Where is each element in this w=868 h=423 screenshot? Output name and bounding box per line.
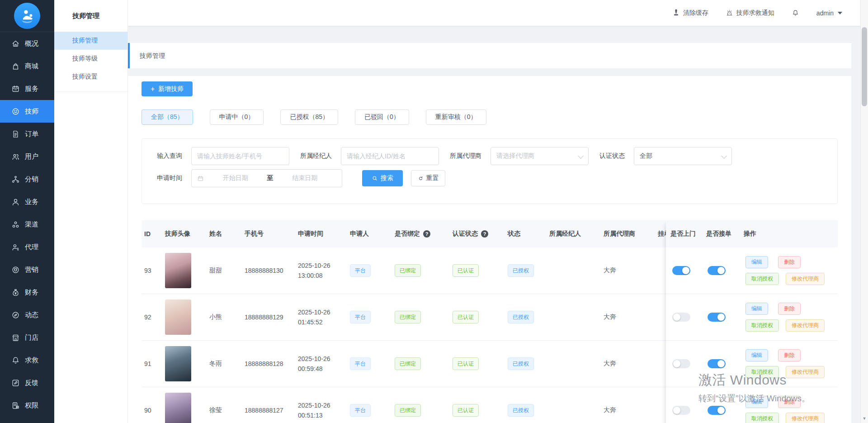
cert-status-select[interactable]: 全部: [634, 147, 732, 165]
cell-id: 92: [144, 294, 165, 340]
revoke-auth-button[interactable]: 取消授权: [745, 366, 779, 378]
store-icon: [11, 333, 20, 342]
delete-button[interactable]: 删除: [778, 349, 801, 361]
scrollbar-down-arrow[interactable]: ▼: [861, 417, 868, 421]
sidebar-item-user[interactable]: 用户: [0, 145, 54, 168]
user-menu[interactable]: admin: [816, 10, 842, 17]
sidebar-item-permission[interactable]: 权限: [0, 394, 54, 417]
technician-avatar[interactable]: [165, 346, 191, 381]
cell-broker: [549, 341, 603, 387]
change-dealer-button[interactable]: 修改代理商: [786, 366, 825, 378]
query-label: 输入查询: [157, 152, 182, 160]
cell-apply-time: 2025-10-2601:45:52: [298, 294, 349, 340]
change-dealer-button[interactable]: 修改代理商: [786, 413, 825, 423]
applicant-tag: 平台: [350, 264, 371, 277]
status-tag: 已授权: [508, 357, 534, 370]
revoke-auth-button[interactable]: 取消授权: [745, 273, 779, 285]
sidebar-item-order[interactable]: 订单: [0, 123, 54, 145]
cell-dealer: 大奔: [604, 387, 657, 423]
cell-id: 90: [144, 387, 165, 423]
edit-button[interactable]: 编辑: [745, 396, 768, 408]
sidebar-item-distribution[interactable]: 分销: [0, 168, 54, 190]
visit-toggle[interactable]: [672, 359, 690, 368]
filter-tab-all[interactable]: 全部（85）: [142, 109, 193, 125]
cell-name: 冬雨: [209, 341, 243, 387]
filter-tab-pending[interactable]: 申请中（0）: [210, 109, 264, 125]
end-date-placeholder: 结束日期: [274, 174, 337, 182]
submenu-item-technician-level[interactable]: 技师等级: [54, 50, 127, 68]
reset-button[interactable]: 重置: [411, 170, 445, 186]
technician-query-input[interactable]: [191, 147, 289, 165]
sidebar-item-service[interactable]: 服务: [0, 77, 54, 100]
scrollbar-thumb[interactable]: [862, 27, 867, 106]
filter-tab-authorized[interactable]: 已授权（85）: [280, 109, 338, 125]
sidebar-item-technician[interactable]: 技师: [0, 100, 54, 123]
submenu-item-technician-settings[interactable]: 技师设置: [54, 68, 127, 86]
date-range-picker[interactable]: 开始日期 至 结束日期: [191, 169, 342, 187]
add-technician-button[interactable]: + 新增技师: [142, 81, 193, 96]
search-form: 输入查询 所属经纪人 所属代理商 请选择代理商: [142, 138, 838, 204]
sidebar-item-sos[interactable]: 求救: [0, 349, 54, 371]
accept-order-toggle[interactable]: [708, 406, 726, 415]
sidebar-item-business[interactable]: 业务: [0, 190, 54, 213]
cert-tag: 已认证: [453, 357, 479, 370]
accept-order-toggle[interactable]: [708, 313, 726, 322]
applicant-tag: 平台: [350, 357, 371, 370]
permission-icon: [11, 401, 20, 410]
edit-button[interactable]: 编辑: [745, 303, 768, 315]
cell-apply-time: 2025-10-2600:51:13: [298, 387, 349, 423]
edit-button[interactable]: 编辑: [745, 256, 768, 268]
dealer-select[interactable]: 请选择代理商: [491, 147, 589, 165]
question-icon[interactable]: ?: [423, 230, 430, 238]
notification-bell-button[interactable]: [792, 9, 799, 17]
sos-notice-button[interactable]: 技师求救通知: [726, 9, 774, 17]
edit-button[interactable]: 编辑: [745, 349, 768, 361]
bound-tag: 已绑定: [395, 357, 421, 370]
sidebar-item-finance[interactable]: 财务: [0, 281, 54, 304]
technician-avatar[interactable]: [165, 393, 191, 423]
delete-button[interactable]: 删除: [778, 303, 801, 315]
submenu-item-technician-manage[interactable]: 技师管理: [54, 32, 127, 50]
vertical-scrollbar[interactable]: ▼: [860, 0, 868, 423]
revoke-auth-button[interactable]: 取消授权: [745, 319, 779, 332]
app-logo[interactable]: [14, 3, 40, 29]
status-tag: 已授权: [508, 264, 534, 277]
sidebar-item-store[interactable]: 门店: [0, 326, 54, 349]
delete-button[interactable]: 删除: [778, 256, 801, 268]
technician-avatar[interactable]: [165, 299, 191, 335]
header-status: 状态: [508, 220, 549, 247]
broker-label: 所属经纪人: [300, 152, 332, 160]
filter-tab-reaudit[interactable]: 重新审核（0）: [426, 109, 486, 125]
visit-toggle[interactable]: [672, 313, 690, 322]
sidebar-item-marketing[interactable]: 营销: [0, 258, 54, 281]
header-id: ID: [144, 220, 165, 247]
start-date-placeholder: 开始日期: [204, 174, 267, 182]
sidebar-item-feedback[interactable]: 反馈: [0, 371, 54, 394]
business-icon: [11, 198, 20, 206]
change-dealer-button[interactable]: 修改代理商: [786, 273, 825, 285]
search-button[interactable]: 搜索: [362, 170, 403, 186]
delete-button[interactable]: 删除: [778, 396, 801, 408]
question-icon[interactable]: ?: [481, 230, 488, 238]
change-dealer-button[interactable]: 修改代理商: [786, 319, 825, 332]
broker-query-input[interactable]: [341, 147, 439, 165]
sidebar-item-overview[interactable]: 概况: [0, 32, 54, 55]
accept-order-toggle[interactable]: [708, 266, 726, 275]
accept-order-toggle[interactable]: [708, 359, 726, 368]
technician-avatar[interactable]: [165, 253, 191, 288]
sidebar-item-mall[interactable]: 商城: [0, 55, 54, 77]
technician-icon: [11, 107, 20, 116]
sidebar-item-dynamics[interactable]: 动态: [0, 304, 54, 326]
fixed-row: 编辑 删除 取消授权 修改代理商: [666, 294, 838, 341]
filter-tab-rejected[interactable]: 已驳回（0）: [355, 109, 409, 125]
page-title: 技师管理: [128, 43, 851, 68]
agency-icon: [11, 243, 20, 252]
clear-cache-button[interactable]: 清除缓存: [672, 9, 708, 17]
visit-toggle[interactable]: [672, 266, 690, 275]
massage-logo-icon: [18, 7, 36, 25]
visit-toggle[interactable]: [672, 406, 690, 415]
revoke-auth-button[interactable]: 取消授权: [745, 413, 779, 423]
sidebar-item-agency[interactable]: 代理: [0, 236, 54, 258]
fixed-row: 编辑 删除 取消授权 修改代理商: [666, 247, 838, 294]
sidebar-item-channel[interactable]: 渠道: [0, 213, 54, 236]
